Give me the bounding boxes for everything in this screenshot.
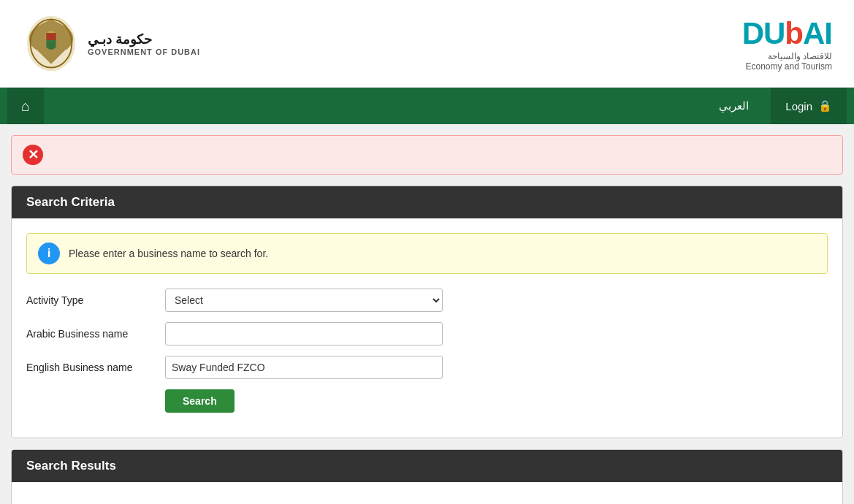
gov-english-text: GOVERNMENT OF DUBAI <box>88 47 200 56</box>
nav-right: العربي Login 🔒 <box>697 88 847 124</box>
lock-icon: 🔒 <box>818 99 832 112</box>
error-banner: ✕ <box>11 135 843 175</box>
english-name-label: English Business name <box>26 362 158 373</box>
arabic-name-input[interactable] <box>165 322 443 345</box>
login-button[interactable]: Login 🔒 <box>771 88 847 124</box>
nav-left: ⌂ <box>7 88 44 124</box>
coat-of-arms-icon <box>22 12 80 75</box>
dubai-brand-top: DU b AI <box>742 16 832 51</box>
activity-type-select[interactable]: Select Commercial Industrial Professiona… <box>165 289 443 312</box>
activity-type-label: Activity Type <box>26 294 158 306</box>
search-button-row: Search <box>26 389 828 413</box>
search-criteria-title: Search Criteria <box>26 195 115 209</box>
info-box: i Please enter a business name to search… <box>26 233 828 274</box>
dubai-ai-text: AI <box>803 16 832 51</box>
search-criteria-panel: Search Criteria i Please enter a busines… <box>11 186 843 438</box>
home-icon: ⌂ <box>21 98 30 115</box>
dubai-subtitle-arabic: للاقتصاد والسياحة <box>768 51 832 61</box>
search-results-panel: Search Results There are no business nam… <box>11 449 843 504</box>
info-icon: i <box>38 243 60 264</box>
arabic-name-row: Arabic Business name <box>26 322 828 345</box>
home-button[interactable]: ⌂ <box>7 88 44 124</box>
search-button[interactable]: Search <box>165 389 235 413</box>
english-name-input[interactable] <box>165 356 443 379</box>
search-criteria-header: Search Criteria <box>12 186 842 218</box>
dubai-du-text: DU <box>742 16 785 51</box>
search-criteria-body: i Please enter a business name to search… <box>12 218 842 438</box>
logo-left: حكومة دبـي GOVERNMENT OF DUBAI <box>22 12 200 75</box>
dubai-subtitle-english: Economy and Tourism <box>746 61 833 72</box>
info-text: Please enter a business name to search f… <box>69 248 268 259</box>
search-results-title: Search Results <box>26 459 116 473</box>
english-name-row: English Business name <box>26 356 828 379</box>
arabic-name-label: Arabic Business name <box>26 328 158 340</box>
error-icon: ✕ <box>23 145 43 165</box>
no-results-text: There are no business names reserved mat… <box>26 497 828 504</box>
error-x-icon: ✕ <box>28 147 39 163</box>
gov-logo-text: حكومة دبـي GOVERNMENT OF DUBAI <box>88 31 200 56</box>
activity-type-row: Activity Type Select Commercial Industri… <box>26 289 828 312</box>
arabic-language-button[interactable]: العربي <box>697 99 771 112</box>
main-content: ✕ Search Criteria i Please enter a busin… <box>0 124 854 504</box>
search-results-header: Search Results <box>12 450 842 482</box>
search-results-body: There are no business names reserved mat… <box>12 482 842 504</box>
login-label: Login <box>785 100 812 112</box>
dubai-brand: DU b AI للاقتصاد والسياحة Economy and To… <box>742 16 832 72</box>
nav-bar: ⌂ العربي Login 🔒 <box>0 88 854 124</box>
top-header: حكومة دبـي GOVERNMENT OF DUBAI DU b AI ل… <box>0 0 854 88</box>
dubai-bai-text: b <box>785 16 803 51</box>
gov-arabic-text: حكومة دبـي <box>88 31 152 47</box>
